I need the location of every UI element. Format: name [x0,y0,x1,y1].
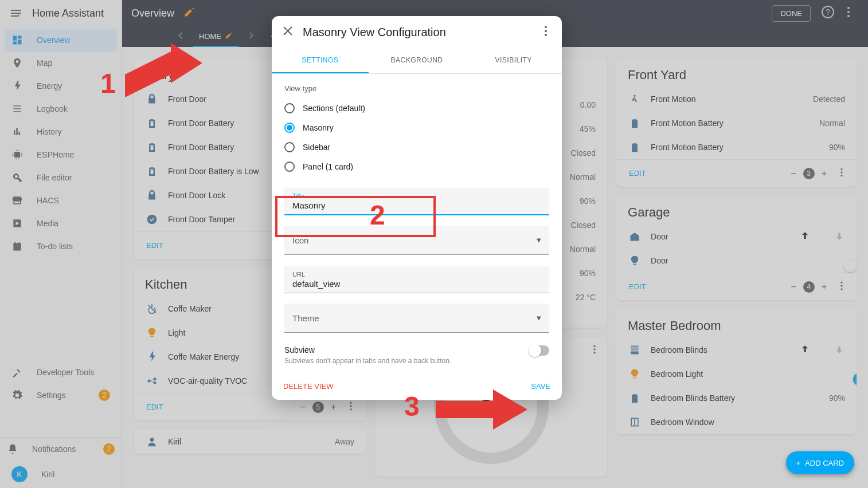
title-input[interactable] [292,199,541,210]
field-label: Theme [292,313,319,323]
dialog-header: Masonry View Configuration [272,16,562,48]
tab-settings[interactable]: SETTINGS [272,48,369,73]
dialog-title: Masonry View Configuration [303,26,531,39]
title-field[interactable]: Title [284,188,549,215]
more-icon[interactable] [539,24,553,40]
field-label: Title [292,192,541,199]
radio-panel[interactable]: Panel (1 card) [284,157,549,176]
subview-title: Subview [284,345,523,355]
tab-visibility[interactable]: VISIBILITY [465,48,562,73]
add-card-fab[interactable]: + ADD CARD [786,451,855,474]
radio-icon [284,123,295,133]
radio-icon [284,103,295,113]
radio-sections[interactable]: Sections (default) [284,99,549,118]
plus-icon: + [796,459,801,467]
field-label: URL [292,271,541,278]
dialog-footer: DELETE VIEW SAVE [272,375,562,400]
save-button[interactable]: SAVE [531,382,550,391]
fab-label: ADD CARD [805,459,844,467]
radio-icon [284,162,295,172]
dialog-body: View type Sections (default) Masonry Sid… [272,74,562,375]
view-type-label: View type [284,84,549,93]
subview-row: Subview Subviews don't appear in tabs an… [284,345,549,365]
url-input[interactable] [292,278,541,289]
theme-select[interactable]: Theme ▾ [284,304,549,333]
radio-masonry[interactable]: Masonry [284,118,549,137]
dialog-tabs: SETTINGS BACKGROUND VISIBILITY [272,48,562,74]
chevron-down-icon: ▾ [537,313,541,323]
svg-point-23 [545,26,547,28]
field-label: Icon [292,235,308,245]
close-icon[interactable] [281,24,295,40]
chevron-down-icon: ▾ [537,235,541,245]
tab-background[interactable]: BACKGROUND [369,48,466,73]
delete-view-button[interactable]: DELETE VIEW [283,382,333,391]
svg-point-24 [545,30,547,32]
radio-icon [284,142,295,152]
svg-point-25 [545,34,547,36]
subview-desc: Subviews don't appear in tabs and have a… [284,357,523,365]
url-field[interactable]: URL [284,266,549,293]
subview-switch[interactable] [530,345,549,356]
view-config-dialog: Masonry View Configuration SETTINGS BACK… [272,16,562,400]
radio-sidebar[interactable]: Sidebar [284,137,549,157]
icon-select[interactable]: Icon ▾ [284,226,549,255]
